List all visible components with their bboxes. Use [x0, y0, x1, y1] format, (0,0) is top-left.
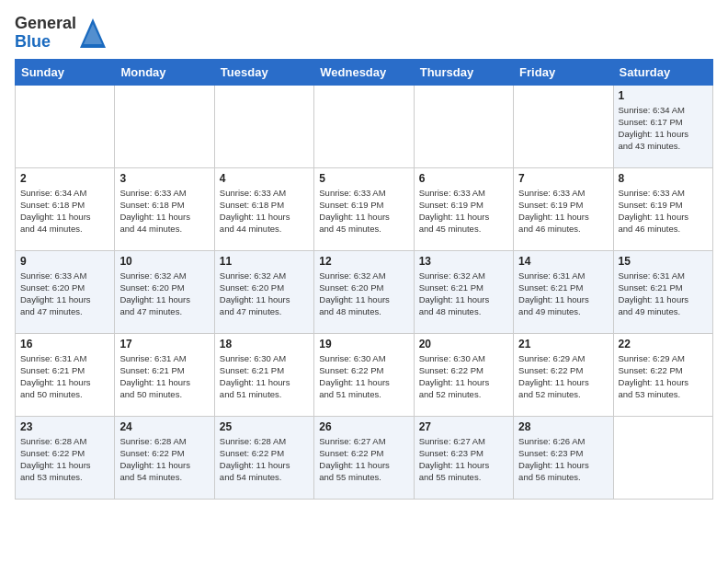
day-number: 17 [119, 338, 209, 350]
day-info: Sunrise: 6:33 AM Sunset: 6:19 PM Dayligh… [619, 187, 708, 236]
day-info: Sunrise: 6:28 AM Sunset: 6:22 PM Dayligh… [220, 435, 309, 484]
calendar-cell: 9Sunrise: 6:33 AM Sunset: 6:20 PM Daylig… [16, 250, 115, 333]
calendar-cell: 27Sunrise: 6:27 AM Sunset: 6:23 PM Dayli… [414, 416, 513, 499]
weekday-sunday: Sunday [16, 59, 115, 85]
calendar-cell: 24Sunrise: 6:28 AM Sunset: 6:22 PM Dayli… [115, 416, 214, 499]
calendar-cell: 23Sunrise: 6:28 AM Sunset: 6:22 PM Dayli… [16, 416, 115, 499]
day-info: Sunrise: 6:32 AM Sunset: 6:20 PM Dayligh… [119, 270, 209, 318]
day-number: 24 [119, 420, 209, 433]
calendar-cell [613, 416, 712, 499]
day-number: 26 [319, 420, 408, 433]
day-number: 20 [419, 338, 508, 350]
weekday-tuesday: Tuesday [214, 59, 313, 85]
day-info: Sunrise: 6:31 AM Sunset: 6:21 PM Dayligh… [20, 352, 109, 401]
day-info: Sunrise: 6:32 AM Sunset: 6:20 PM Dayligh… [220, 270, 309, 318]
weekday-monday: Monday [115, 59, 214, 85]
day-info: Sunrise: 6:31 AM Sunset: 6:21 PM Dayligh… [619, 270, 708, 318]
day-info: Sunrise: 6:29 AM Sunset: 6:22 PM Dayligh… [619, 352, 708, 401]
calendar-cell: 1Sunrise: 6:34 AM Sunset: 6:17 PM Daylig… [613, 85, 712, 167]
week-row-3: 9Sunrise: 6:33 AM Sunset: 6:20 PM Daylig… [16, 250, 713, 333]
calendar-cell: 22Sunrise: 6:29 AM Sunset: 6:22 PM Dayli… [613, 333, 712, 416]
calendar-cell: 3Sunrise: 6:33 AM Sunset: 6:18 PM Daylig… [115, 167, 214, 250]
day-number: 2 [20, 172, 109, 185]
calendar-cell [214, 85, 313, 167]
calendar-cell: 6Sunrise: 6:33 AM Sunset: 6:19 PM Daylig… [414, 167, 513, 250]
day-number: 25 [220, 420, 309, 433]
day-info: Sunrise: 6:27 AM Sunset: 6:23 PM Dayligh… [419, 435, 508, 484]
calendar-cell: 4Sunrise: 6:33 AM Sunset: 6:18 PM Daylig… [214, 167, 313, 250]
day-info: Sunrise: 6:27 AM Sunset: 6:22 PM Dayligh… [319, 435, 408, 484]
calendar-cell: 15Sunrise: 6:31 AM Sunset: 6:21 PM Dayli… [613, 250, 712, 333]
calendar-cell: 19Sunrise: 6:30 AM Sunset: 6:22 PM Dayli… [314, 333, 414, 416]
week-row-5: 23Sunrise: 6:28 AM Sunset: 6:22 PM Dayli… [16, 416, 713, 499]
day-number: 9 [20, 255, 109, 268]
day-number: 5 [319, 172, 408, 185]
day-info: Sunrise: 6:30 AM Sunset: 6:22 PM Dayligh… [319, 352, 408, 401]
week-row-4: 16Sunrise: 6:31 AM Sunset: 6:21 PM Dayli… [16, 333, 713, 416]
day-info: Sunrise: 6:31 AM Sunset: 6:21 PM Dayligh… [518, 270, 608, 318]
day-info: Sunrise: 6:28 AM Sunset: 6:22 PM Dayligh… [20, 435, 109, 484]
day-number: 7 [518, 172, 608, 185]
day-info: Sunrise: 6:33 AM Sunset: 6:19 PM Dayligh… [518, 187, 608, 236]
day-info: Sunrise: 6:33 AM Sunset: 6:18 PM Dayligh… [119, 187, 209, 236]
day-number: 16 [20, 338, 109, 350]
day-number: 28 [518, 420, 608, 433]
calendar-cell: 18Sunrise: 6:30 AM Sunset: 6:21 PM Dayli… [214, 333, 313, 416]
day-info: Sunrise: 6:28 AM Sunset: 6:22 PM Dayligh… [119, 435, 209, 484]
day-number: 13 [419, 255, 508, 268]
day-info: Sunrise: 6:30 AM Sunset: 6:22 PM Dayligh… [419, 352, 508, 401]
day-number: 27 [419, 420, 508, 433]
day-number: 14 [518, 255, 608, 268]
calendar-cell [115, 85, 214, 167]
calendar-cell [514, 85, 613, 167]
day-info: Sunrise: 6:26 AM Sunset: 6:23 PM Dayligh… [518, 435, 608, 484]
day-info: Sunrise: 6:33 AM Sunset: 6:19 PM Dayligh… [319, 187, 408, 236]
calendar-cell: 12Sunrise: 6:32 AM Sunset: 6:20 PM Dayli… [314, 250, 414, 333]
calendar-cell: 13Sunrise: 6:32 AM Sunset: 6:21 PM Dayli… [414, 250, 513, 333]
day-number: 1 [619, 89, 708, 102]
calendar-cell: 25Sunrise: 6:28 AM Sunset: 6:22 PM Dayli… [214, 416, 313, 499]
day-number: 8 [619, 172, 708, 185]
day-info: Sunrise: 6:34 AM Sunset: 6:17 PM Dayligh… [619, 104, 708, 153]
page-header: General Blue [15, 15, 713, 52]
calendar-cell [414, 85, 513, 167]
logo-general-text: General [15, 15, 76, 33]
day-number: 12 [319, 255, 408, 268]
calendar-cell: 10Sunrise: 6:32 AM Sunset: 6:20 PM Dayli… [115, 250, 214, 333]
day-number: 3 [119, 172, 209, 185]
calendar-cell: 28Sunrise: 6:26 AM Sunset: 6:23 PM Dayli… [514, 416, 613, 499]
calendar-cell [16, 85, 115, 167]
calendar-cell: 20Sunrise: 6:30 AM Sunset: 6:22 PM Dayli… [414, 333, 513, 416]
calendar-cell: 21Sunrise: 6:29 AM Sunset: 6:22 PM Dayli… [514, 333, 613, 416]
day-info: Sunrise: 6:33 AM Sunset: 6:18 PM Dayligh… [220, 187, 309, 236]
logo: General Blue [15, 15, 108, 52]
day-info: Sunrise: 6:29 AM Sunset: 6:22 PM Dayligh… [518, 352, 608, 401]
calendar-cell: 14Sunrise: 6:31 AM Sunset: 6:21 PM Dayli… [514, 250, 613, 333]
week-row-1: 1Sunrise: 6:34 AM Sunset: 6:17 PM Daylig… [16, 85, 713, 167]
calendar-cell [314, 85, 414, 167]
day-number: 4 [220, 172, 309, 185]
day-number: 19 [319, 338, 408, 350]
day-number: 22 [619, 338, 708, 350]
day-number: 23 [20, 420, 109, 433]
calendar-cell: 26Sunrise: 6:27 AM Sunset: 6:22 PM Dayli… [314, 416, 414, 499]
day-info: Sunrise: 6:30 AM Sunset: 6:21 PM Dayligh… [220, 352, 309, 401]
calendar-cell: 5Sunrise: 6:33 AM Sunset: 6:19 PM Daylig… [314, 167, 414, 250]
day-number: 6 [419, 172, 508, 185]
day-number: 21 [518, 338, 608, 350]
day-info: Sunrise: 6:34 AM Sunset: 6:18 PM Dayligh… [20, 187, 109, 236]
day-number: 10 [119, 255, 209, 268]
day-number: 11 [220, 255, 309, 268]
day-info: Sunrise: 6:32 AM Sunset: 6:21 PM Dayligh… [419, 270, 508, 318]
day-info: Sunrise: 6:32 AM Sunset: 6:20 PM Dayligh… [319, 270, 408, 318]
day-number: 18 [220, 338, 309, 350]
calendar-cell: 8Sunrise: 6:33 AM Sunset: 6:19 PM Daylig… [613, 167, 712, 250]
calendar-cell: 7Sunrise: 6:33 AM Sunset: 6:19 PM Daylig… [514, 167, 613, 250]
calendar-cell: 2Sunrise: 6:34 AM Sunset: 6:18 PM Daylig… [16, 167, 115, 250]
day-info: Sunrise: 6:31 AM Sunset: 6:21 PM Dayligh… [119, 352, 209, 401]
logo-triangle-icon [78, 17, 108, 50]
logo-blue-text2: Blue [15, 33, 76, 52]
day-number: 15 [619, 255, 708, 268]
day-info: Sunrise: 6:33 AM Sunset: 6:19 PM Dayligh… [419, 187, 508, 236]
weekday-friday: Friday [514, 59, 613, 85]
